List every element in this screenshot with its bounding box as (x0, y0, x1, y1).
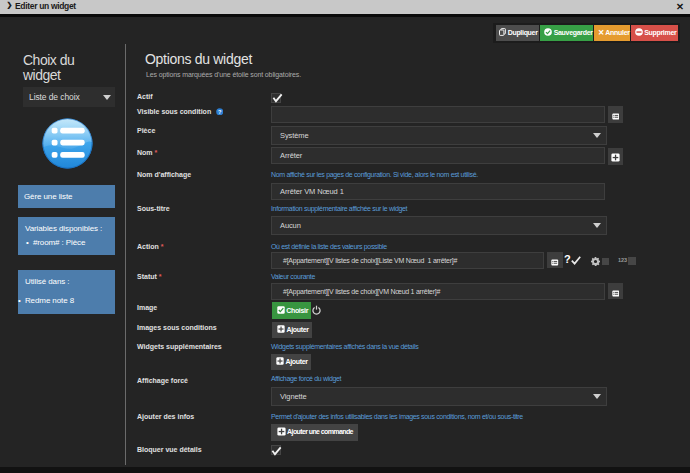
svg-text:?: ? (218, 108, 222, 114)
